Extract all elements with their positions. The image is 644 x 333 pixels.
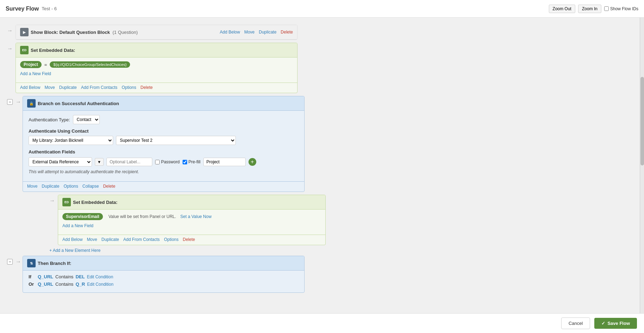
nested-ed-add-below[interactable]: Add Below [62,237,82,242]
auth-prefill-text: Pre-fill [189,159,201,164]
nested-ed-header: ED Set Embedded Data: [58,195,325,210]
cond-0-edit[interactable]: Edit Condition [87,274,113,279]
then-branch-block: ⇅ Then Branch If: If Q_URL Contains DEL … [23,256,305,293]
ed1-equals: = [44,62,47,67]
show-block-duplicate[interactable]: Duplicate [259,30,276,35]
nested-ed-block: ED Set Embedded Data: SupervisorEmail Va… [58,195,326,245]
ed1-title-text: Set Embedded Data: [31,48,75,53]
branch-collapse[interactable]: Collapse [82,184,99,189]
nested-ed-set-value-link[interactable]: Set a Value Now [180,214,212,219]
nested-ed-options[interactable]: Options [164,237,178,242]
ed1-arrow-icon: → [7,46,13,52]
ed1-add-below[interactable]: Add Below [20,85,40,90]
cond-1-edit[interactable]: Edit Condition [87,282,114,287]
save-flow-button[interactable]: ✓ Save Flow [594,318,637,329]
nested-ed-duplicate[interactable]: Duplicate [102,237,119,242]
then-branch-collapse-btn[interactable]: − [7,259,13,265]
auth-fields-section: Authentication Fields External Data Refe… [29,149,299,174]
embedded-data-1-item: → ED Set Embedded Data: Project = ${q://… [7,43,637,93]
auth-password-label: Password [155,159,180,164]
cond-if-label: If [29,274,36,279]
branch-duplicate[interactable]: Duplicate [42,184,59,189]
nested-ed-field-row: SupervisorEmail Value will be set from P… [62,213,321,220]
ed1-add-from-contacts[interactable]: Add From Contacts [81,85,117,90]
auth-field-chevron-btn[interactable]: ▼ [95,158,104,166]
nested-ed-move[interactable]: Move [87,237,97,242]
show-block-add-below[interactable]: Add Below [220,30,240,35]
show-block-header: ▶ Show Block: Default Question Block (1 … [16,25,297,40]
nested-ed-actions: Add Below Move Duplicate Add From Contac… [58,235,325,245]
top-bar: Survey Flow Test - 6 Zoom Out Zoom In Sh… [0,0,644,18]
scroll-thumb[interactable] [640,77,644,165]
auth-field-row: External Data Reference ▼ Password Pre-f… [29,157,299,166]
branch-auth-icon: 🔒 [27,99,36,108]
ed1-field-value: ${q://QID1/ChoiceGroup/SelectedChoices} [50,61,130,68]
show-block-move[interactable]: Move [244,30,254,35]
show-block-title: ▶ Show Block: Default Question Block (1 … [20,28,138,36]
ed1-options[interactable]: Options [122,85,136,90]
branch-auth-header: 🔒 Branch on Successful Authentication [23,96,304,111]
ed1-header: ED Set Embedded Data: [16,43,297,57]
zoom-out-button[interactable]: Zoom Out [549,5,575,13]
branch-auth-title-container: 🔒 Branch on Successful Authentication [27,99,119,108]
cancel-button[interactable]: Cancel [561,317,590,329]
then-branch-icon: ⇅ [27,259,36,267]
zoom-in-button[interactable]: Zoom In [578,5,601,13]
auth-type-label: Authentication Type: [29,117,70,122]
cond-0-var: Q_URL [38,274,53,279]
auth-type-select[interactable]: Contact [73,115,100,124]
branch-collapse-btn[interactable]: − [7,99,13,105]
nested-ed-title-container: ED Set Embedded Data: [62,198,117,206]
auth-using-label: Authenticate Using Contact [29,128,299,134]
then-branch-arrow-icon: → [16,259,21,265]
branch-delete[interactable]: Delete [103,184,115,189]
show-flow-ids-text: Show Flow IDs [610,6,638,11]
auth-field-optional-input[interactable] [106,158,152,166]
auth-add-field-btn[interactable]: + [249,158,256,166]
show-flow-ids-checkbox[interactable] [604,6,609,11]
app-subtitle: Test - 6 [42,6,57,11]
app-title: Survey Flow [6,6,39,12]
add-element-btn[interactable]: + Add a New Element Here [49,248,100,253]
cond-1-val: Q_R [75,281,85,287]
branch-auth-title-text: Branch on Successful Authentication [38,101,119,106]
auth-prefill-input[interactable] [203,158,246,166]
ed1-field-row: Project = ${q://QID1/ChoiceGroup/Selecte… [20,61,293,68]
ed1-icon: ED [20,46,29,54]
ed1-field-name: Project [20,61,42,68]
show-block-delete[interactable]: Delete [281,30,293,35]
nested-ed-value-text: Value will be set from Panel or URL. [109,214,176,219]
nested-ed-add-field[interactable]: Add a New Field [62,223,93,228]
auth-prefill-checkbox[interactable] [183,160,187,164]
nested-ed-arrow-icon: → [49,198,55,204]
ed1-title-container: ED Set Embedded Data: [20,46,75,54]
auto-auth-note: This will attempt to automatically authe… [29,169,299,174]
ed1-duplicate[interactable]: Duplicate [59,85,77,90]
show-flow-ids-label[interactable]: Show Flow IDs [604,6,638,11]
nested-ed-add-from-contacts[interactable]: Add From Contacts [123,237,160,242]
condition-row-0: If Q_URL Contains DEL Edit Condition [29,274,299,279]
auth-prefill-label: Pre-fill [183,159,201,164]
branch-options[interactable]: Options [63,184,78,189]
ed1-add-field[interactable]: Add a New Field [20,71,51,76]
nested-ed-item: → ED Set Embedded Data: SupervisorEmail … [49,195,637,245]
show-block-actions: Add Below Move Duplicate Delete [220,30,293,35]
branch-auth-block: 🔒 Branch on Successful Authentication Au… [23,96,305,192]
scrollbar[interactable] [640,18,644,313]
auth-survey-select[interactable]: Supervisor Test 2 [116,136,236,145]
show-block: ▶ Show Block: Default Question Block (1 … [16,25,298,40]
auth-type-row: Authentication Type: Contact [29,115,299,124]
auth-field-type-select[interactable]: External Data Reference [29,157,92,166]
condition-row-1: Or Q_URL Contains Q_R Edit Condition [29,281,299,287]
ed1-delete[interactable]: Delete [140,85,153,90]
branch-move[interactable]: Move [27,184,37,189]
save-check-icon: ✓ [601,321,605,326]
then-branch-item: − → ⇅ Then Branch If: If Q_URL Contains … [7,256,637,293]
ed1-move[interactable]: Move [44,85,55,90]
nested-ed-delete[interactable]: Delete [183,237,195,242]
branch-arrow-icon: → [16,99,21,105]
auth-password-text: Password [161,159,180,164]
auth-library-select[interactable]: My Library: Jordan Bicknell [29,136,113,145]
auth-password-checkbox[interactable] [155,160,160,164]
auth-using-row: My Library: Jordan Bicknell Supervisor T… [29,136,299,145]
